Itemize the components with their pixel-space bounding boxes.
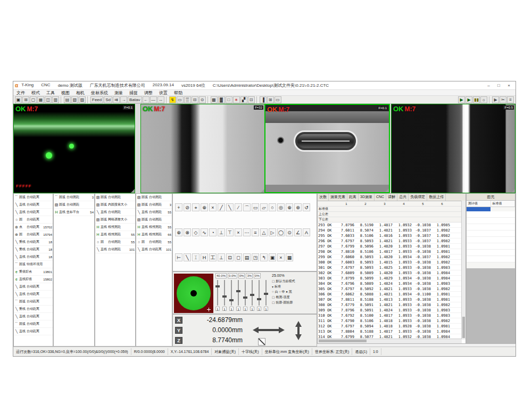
list-item[interactable]: ○圆自动测距55: [95, 238, 135, 246]
list-item[interactable]: ⌒圆弧自动测距3: [54, 194, 94, 201]
slider-thumb[interactable]: [264, 293, 268, 295]
list-item[interactable]: H直线线性测距55: [95, 231, 135, 238]
tool-button[interactable]: ⊥: [218, 253, 225, 261]
light-slider[interactable]: [264, 280, 268, 306]
toolbar-button[interactable]: ▶: [458, 96, 465, 103]
table-row[interactable]: 300OK7.60038.50931.48151.0933-0.10381.09…: [318, 260, 466, 265]
table-row[interactable]: 312OK7.67978.50941.48181.0928-0.10381.09…: [318, 324, 466, 329]
y-axis-chip[interactable]: Y: [175, 327, 182, 334]
list-item[interactable]: H直线线性测距66: [136, 231, 172, 238]
list-item[interactable]: ▨圆弧自动测距: [54, 201, 94, 209]
maximize-button[interactable]: □: [494, 82, 504, 89]
list-item[interactable]: e直线好值15802: [14, 276, 53, 283]
list-item[interactable]: H直线线性测距55: [136, 224, 172, 231]
tool-button[interactable]: ⊕: [175, 228, 182, 236]
toolbar-button[interactable]: Feed: [90, 96, 103, 103]
toolbar-button[interactable]: ▓: [218, 96, 225, 103]
toolbar-button[interactable]: ▭: [177, 96, 184, 103]
toolbar-button[interactable]: ⊡: [248, 96, 255, 103]
toolbar-button[interactable]: ▮▮: [473, 96, 480, 103]
toolbar-button[interactable]: Batav: [128, 96, 142, 103]
camera-option[interactable]: ☐检测-强度: [272, 294, 317, 300]
list-item[interactable]: ▨圆弧自动测距: [136, 194, 172, 201]
light-slider[interactable]: [243, 280, 247, 306]
menu-item-设置[interactable]: 设置: [156, 90, 171, 96]
list-item[interactable]: ⌒圆弧自动距离: [14, 298, 53, 306]
camera-view-1[interactable]: OKM:7 F=0.1 FFFFF: [13, 104, 135, 193]
list-item[interactable]: ╲直线自动测距55: [136, 209, 172, 216]
toolbar-button[interactable]: ⊞: [267, 96, 274, 103]
tool-button[interactable]: ◳: [252, 253, 259, 261]
table-tab-总共[interactable]: 总共: [397, 194, 409, 201]
table-vscrollbar[interactable]: [461, 201, 466, 339]
toolbar-button[interactable]: ▐: [260, 96, 267, 103]
table-tab-负载绑定[interactable]: 负载绑定: [409, 194, 427, 201]
table-hscrollbar[interactable]: [318, 339, 462, 343]
list-item[interactable]: ╲直线自动距离101: [136, 246, 172, 253]
close-button[interactable]: ×: [504, 82, 514, 89]
slider-thumb[interactable]: [236, 290, 240, 292]
list-item[interactable]: ╲直线自动距离: [14, 209, 53, 216]
list-item[interactable]: e重值好点13801: [14, 268, 53, 276]
slider-thumb[interactable]: [250, 294, 254, 296]
toolbar-button[interactable]: ▧: [71, 96, 78, 103]
menu-item-测量[interactable]: 测量: [111, 90, 126, 96]
list-item[interactable]: ▨圆弧自动测距: [95, 194, 135, 201]
tool-button[interactable]: 工: [209, 253, 217, 261]
table-tab-讲解[interactable]: 讲解: [386, 194, 397, 201]
toolbar-button[interactable]: ▭: [275, 96, 281, 103]
toolbar-button[interactable]: ▣: [15, 96, 22, 103]
toolbar-button[interactable]: ∗: [233, 96, 240, 103]
list-item[interactable]: ⊕点自动距离15702: [14, 224, 53, 231]
camera-option[interactable]: ▾标准: [272, 284, 317, 289]
toolbar-button[interactable]: ◫: [45, 96, 52, 103]
table-row[interactable]: 297OK7.67998.50961.48201.0933-0.10381.09…: [318, 244, 466, 249]
toolbar-button[interactable]: ▶: [466, 96, 472, 103]
table-row[interactable]: 310OK7.67928.51001.48171.0933-0.10381.09…: [318, 313, 466, 318]
menu-item-工具[interactable]: 工具: [43, 90, 58, 96]
table-row[interactable]: 298OK7.88108.51861.48171.0933-0.10381.09…: [318, 249, 466, 254]
tool-button[interactable]: ╲: [226, 203, 234, 211]
menu-item-文件[interactable]: 文件: [13, 90, 28, 96]
tool-button[interactable]: ○: [269, 203, 276, 211]
list-item[interactable]: ○圆自动测距55: [136, 238, 172, 246]
menu-item-坐标系统[interactable]: 坐标系统: [88, 90, 111, 96]
tool-button[interactable]: ⊘: [184, 203, 191, 211]
list-item[interactable]: ⊕圆自动距离15794: [14, 231, 53, 238]
toolbar-button[interactable]: Sd: [104, 96, 112, 103]
tool-button[interactable]: ⌒: [243, 203, 251, 211]
table-row[interactable]: 295OK7.60338.51061.48161.0933-0.10371.09…: [318, 233, 466, 238]
resize-handle-icon[interactable]: [261, 189, 264, 193]
tool-button[interactable]: ⊢: [175, 253, 182, 261]
tool-button[interactable]: ×: [209, 203, 217, 211]
table-row[interactable]: 296OK7.67978.50931.48211.0933-0.10371.09…: [318, 238, 466, 244]
toolbar-button[interactable]: ▥: [52, 96, 59, 103]
tool-button[interactable]: ⌶: [192, 253, 200, 261]
table-row[interactable]: 304OK7.67968.50891.48241.0934-0.10381.09…: [318, 281, 466, 286]
toolbar-button[interactable]: —: [150, 96, 157, 103]
camera-view-3-selected[interactable]: OKM:7 F=0.1: [264, 104, 390, 193]
table-row[interactable]: 311OK7.67908.51061.48181.0933-0.10381.09…: [318, 318, 466, 324]
toolbar-button[interactable]: ▨: [79, 96, 86, 103]
list-item[interactable]: H直线线性测距: [95, 224, 135, 231]
table-tab-数据上传[interactable]: 数据上传: [427, 194, 446, 201]
tool-button[interactable]: ⊤: [226, 228, 234, 236]
toolbar-button[interactable]: ▩: [211, 96, 218, 103]
toolbar-button[interactable]: ☼: [480, 96, 487, 103]
toolbar-button[interactable]: ▦: [37, 96, 44, 103]
light-slider[interactable]: [222, 280, 227, 306]
list-item[interactable]: ╲直线自动距离: [14, 328, 53, 335]
resize-handle-icon[interactable]: [131, 189, 135, 193]
menu-item-模式[interactable]: 模式: [28, 90, 43, 96]
tool-button[interactable]: A: [303, 228, 310, 236]
tool-button[interactable]: ▷: [269, 228, 276, 236]
option-control-icon[interactable]: ☐: [272, 301, 275, 304]
table-row[interactable]: 305OK7.67978.50921.48211.0933-0.10381.09…: [318, 286, 466, 292]
list-item[interactable]: ╲直线自动距离: [14, 313, 53, 320]
list-item[interactable]: ▨圆弧内圆搜索大小: [95, 201, 135, 209]
option-control-icon[interactable]: ☐: [272, 279, 275, 283]
tool-button[interactable]: ◔: [209, 228, 217, 236]
light-slider[interactable]: [236, 280, 240, 306]
tool-button[interactable]: ▤: [243, 253, 251, 261]
camera-view-2[interactable]: OKM:7 F=32: [140, 104, 265, 193]
